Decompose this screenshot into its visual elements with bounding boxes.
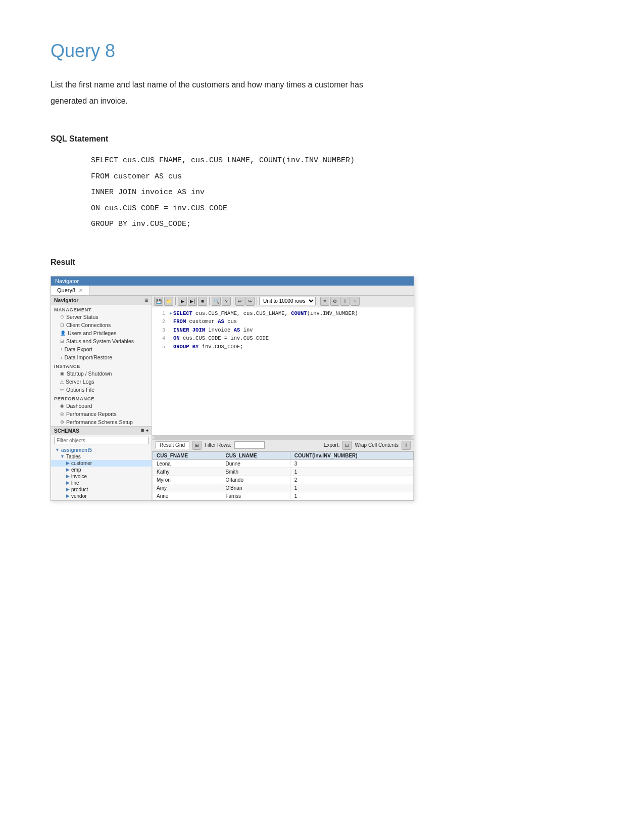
code-line: 5GROUP BY inv.CUS_CODE;	[152, 343, 414, 351]
result-section-title: Result	[51, 258, 593, 267]
table-cell: Smith	[221, 468, 290, 476]
nav-performance-schema[interactable]: ⚙ Performance Schema Setup	[51, 418, 152, 426]
toolbar-sep1	[175, 297, 176, 305]
performance-schema-icon: ⚙	[60, 420, 64, 425]
sql-line: SELECT cus.CUS_FNAME, cus.CUS_LNAME, COU…	[91, 153, 593, 169]
table-cell: Dunne	[221, 459, 290, 468]
schemas-icons[interactable]: ⚙ +	[140, 428, 148, 434]
tree-customer[interactable]: ▶ customer	[51, 460, 152, 467]
data-import-icon: ↓	[60, 355, 63, 360]
query-tab[interactable]: Query8 ✕	[51, 286, 89, 295]
tree-vendor[interactable]: ▶ vendor	[51, 493, 152, 499]
nav-users-privileges[interactable]: 👤 Users and Privileges	[51, 329, 152, 337]
nav-dashboard[interactable]: ◉ Dashboard	[51, 402, 152, 410]
search-btn[interactable]: 🔍	[212, 297, 221, 306]
tree-line[interactable]: ▶ line	[51, 480, 152, 486]
tree-product[interactable]: ▶ product	[51, 486, 152, 493]
line-number: 3	[154, 327, 165, 335]
data-export-icon: ↑	[60, 347, 63, 352]
code-text: SELECT cus.CUS_FNAME, cus.CUS_LNAME, COU…	[173, 309, 358, 317]
tree-tables[interactable]: ▼ Tables	[51, 453, 152, 460]
nav-status-variables[interactable]: ⊟ Status and System Variables	[51, 337, 152, 345]
code-editor[interactable]: 1●SELECT cus.CUS_FNAME, cus.CUS_LNAME, C…	[152, 307, 414, 435]
explain-btn[interactable]: ?	[222, 297, 231, 306]
export-label: Export:	[324, 442, 340, 448]
code-line: 3INNER JOIN invoice AS inv	[152, 326, 414, 335]
performance-header: PERFORMANCE	[51, 394, 152, 402]
nav-expand-icon[interactable]: ⊞	[144, 298, 148, 303]
tree-item-line: line	[71, 480, 79, 486]
nav-client-connections[interactable]: ⊡ Client Connections	[51, 321, 152, 329]
product-expand-icon: ▶	[66, 487, 70, 492]
tab-close-icon[interactable]: ✕	[79, 288, 83, 293]
execute-sel-btn[interactable]: ▶|	[188, 297, 197, 306]
line-number: 1	[154, 310, 165, 318]
execute-btn[interactable]: ▶	[178, 297, 187, 306]
open-btn[interactable]: 📁	[164, 297, 173, 306]
server-status-icon: ⊙	[60, 314, 64, 319]
nav-server-logs[interactable]: △ Server Logs	[51, 378, 152, 386]
wrap-cell-btn[interactable]: i	[402, 441, 411, 450]
nav-performance-reports[interactable]: ◎ Performance Reports	[51, 410, 152, 418]
table-row: LeonaDunne3	[153, 459, 414, 468]
page-title: Query 8	[51, 40, 593, 62]
nav-data-import[interactable]: ↓ Data Import/Restore	[51, 353, 152, 361]
tree-item-product: product	[71, 487, 88, 492]
table-cell: 3	[290, 459, 413, 468]
nav-startup[interactable]: ▣ Startup / Shutdown	[51, 369, 152, 378]
tables-expand-icon: ▼	[60, 454, 65, 459]
table-row: MyronOrlando2	[153, 476, 414, 484]
sql-section-title: SQL Statement	[51, 134, 593, 144]
users-icon: 👤	[60, 331, 66, 336]
filter-rows-input[interactable]	[234, 441, 265, 449]
table-row: KathySmith1	[153, 468, 414, 476]
code-text: GROUP BY inv.CUS_CODE;	[173, 343, 243, 351]
undo-btn[interactable]: ↩	[235, 297, 244, 306]
tree-item-emp: emp	[71, 467, 81, 473]
table-row: AmyO'Brian1	[153, 484, 414, 492]
result-table-header: CUS_FNAMECUS_LNAMECOUNT(inv.INV_NUMBER)	[153, 451, 414, 459]
nav-data-export[interactable]: ↑ Data Export	[51, 345, 152, 353]
line-expand-icon: ▶	[66, 480, 70, 485]
toolbar-sep4	[257, 297, 257, 305]
description-line1: List the first name and last name of the…	[51, 77, 429, 93]
limit-select[interactable]: Unit to 10000 rows	[259, 297, 316, 305]
result-grid-tab[interactable]: Result Grid	[155, 441, 189, 449]
code-line: 1●SELECT cus.CUS_FNAME, cus.CUS_LNAME, C…	[152, 309, 414, 318]
more-btn[interactable]: +	[351, 297, 360, 306]
nav-server-status[interactable]: ⊙ Server Status	[51, 313, 152, 321]
schemas-title: SCHEMAS ⚙ +	[51, 427, 152, 435]
code-line: 4ON cus.CUS_CODE = inv.CUS_CODE	[152, 334, 414, 343]
format-btn[interactable]: ≡	[320, 297, 329, 306]
editor-toolbar: 💾 📁 ▶ ▶| ■ 🔍 ? ↩ ↪ Unit to 10000 rows	[152, 296, 414, 307]
title-bar: Navigator	[51, 276, 414, 286]
redo-btn[interactable]: ↪	[245, 297, 255, 306]
filter-input[interactable]	[54, 437, 148, 444]
table-cell: Kathy	[153, 468, 221, 476]
status-variables-icon: ⊟	[60, 339, 64, 344]
tree-invoice[interactable]: ▶ invoice	[51, 473, 152, 480]
filter-box	[51, 435, 152, 446]
server-logs-icon: △	[60, 379, 64, 384]
nav-options-file[interactable]: ✏ Options File	[51, 386, 152, 394]
tree-schema[interactable]: ▼ assignment5	[51, 447, 152, 453]
table-cell: Leona	[153, 459, 221, 468]
table-cell: Orlando	[221, 476, 290, 484]
toolbar-sep2	[209, 297, 210, 305]
result-grid-icon[interactable]: ⊞	[192, 441, 202, 450]
tab-bar[interactable]: Query8 ✕	[51, 286, 414, 296]
export-btn[interactable]: ⊡	[342, 441, 352, 450]
config-btn[interactable]: ⚙	[330, 297, 339, 306]
result-column-header: COUNT(inv.INV_NUMBER)	[290, 451, 413, 459]
save-btn[interactable]: 💾	[154, 297, 163, 306]
options-file-icon: ✏	[60, 387, 64, 392]
instance-header: INSTANCE	[51, 361, 152, 369]
code-text: ON cus.CUS_CODE = inv.CUS_CODE	[173, 334, 269, 342]
sql-lines: SELECT cus.CUS_FNAME, cus.CUS_LNAME, COU…	[51, 153, 593, 233]
table-cell: Anne	[153, 492, 221, 500]
result-header-row: CUS_FNAMECUS_LNAMECOUNT(inv.INV_NUMBER)	[153, 451, 414, 459]
stop-btn[interactable]: ■	[198, 297, 207, 306]
tree-emp[interactable]: ▶ emp	[51, 467, 152, 473]
result-panel: Result Grid ⊞ Filter Rows: Export: ⊡ Wra…	[152, 439, 414, 500]
help-btn[interactable]: i	[340, 297, 350, 306]
